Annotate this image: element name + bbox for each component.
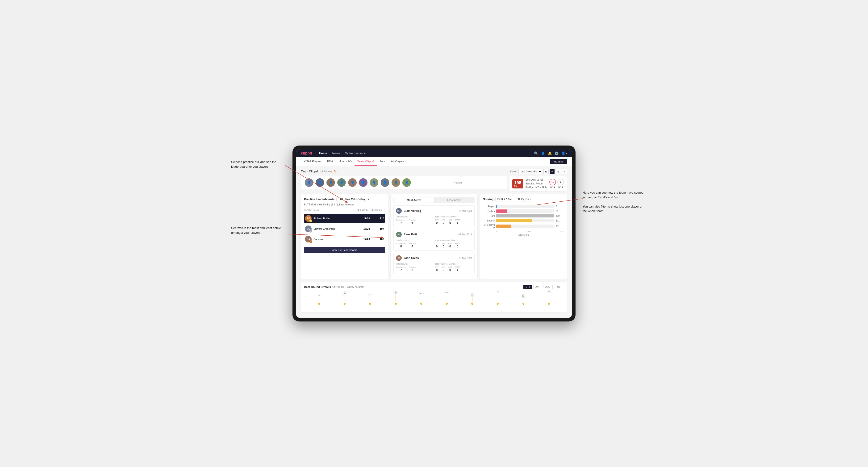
lb-dropdown-btn[interactable]: PUTT Must Make Putting... ▾: [336, 197, 371, 201]
bar-track-pars: [496, 214, 554, 217]
streaks-tabs: OTT APP ARG PUTT: [523, 285, 564, 289]
scoring-filter-1-label: Par 3, 4 & 5s: [497, 198, 511, 200]
avatar-4[interactable]: 👤: [337, 178, 346, 187]
sub-nav-tour[interactable]: Tour: [377, 157, 388, 166]
avatar-icon-btn[interactable]: 👤▾: [561, 151, 567, 155]
bar-track-bogeys: [496, 219, 554, 222]
least-active-tab[interactable]: Least Active: [434, 197, 474, 203]
content-area: Team Clippd | 14 Players ✏️ Show: Last 3…: [296, 166, 572, 318]
pac-practice-2: Practice 4: [409, 243, 416, 248]
streak-tab-putt[interactable]: PUTT: [554, 285, 564, 289]
lb-player-3: CA 3 Cameron...: [305, 236, 356, 243]
avatar-5[interactable]: 👤: [348, 178, 356, 187]
sub-nav-hcaps[interactable]: Hcaps 1-5: [336, 157, 354, 166]
avatar-10[interactable]: 👤: [402, 178, 411, 187]
nav-teams[interactable]: Teams: [332, 152, 340, 155]
show-dropdown[interactable]: Last 3 months: [519, 169, 542, 174]
scoring-title: Scoring: [483, 198, 494, 201]
activity-tabs: Most Active Least Active: [394, 197, 474, 203]
nav-icons: 🔍 👤 🔔 ⚙️ 👤▾: [534, 151, 567, 155]
view-icons: ⊞ ≡ ⊟ ↕: [544, 169, 567, 174]
lb-name-2: Edward Crossman: [313, 227, 335, 230]
streak-dot-circle-7: [471, 303, 473, 305]
avatar-8[interactable]: 👤: [381, 178, 389, 187]
avatar-7[interactable]: 👤: [370, 178, 378, 187]
avatar-6[interactable]: 👤: [359, 178, 368, 187]
streak-tab-arg[interactable]: ARG: [543, 285, 553, 289]
sub-nav-team-clippd[interactable]: Team Clippd: [354, 157, 377, 166]
sub-nav: PGAT Players PGA Hcaps 1-5 Team Clippd T…: [296, 157, 572, 166]
bar-fill-eagles: [496, 205, 497, 208]
edit-icon[interactable]: ✏️: [334, 170, 337, 173]
sub-nav-all-players[interactable]: All Players: [388, 157, 407, 166]
streak-dot-3: 6x: [368, 293, 373, 305]
score-circles: 16 yds 0 yds: [549, 179, 564, 189]
bar-fill-bogeys: [496, 219, 532, 222]
pac-avatar-2: RB: [396, 231, 402, 237]
bar-label-pars: Pars: [483, 215, 495, 217]
lb-score-2: 18/20: [356, 227, 370, 230]
search-icon-btn[interactable]: 🔍: [534, 151, 538, 155]
scoring-filter-1[interactable]: Par 3, 4 & 5s ▾: [495, 197, 514, 201]
bar-fill-pars: [496, 214, 554, 217]
streak-dot-9: 3x: [521, 294, 526, 305]
chevron-down-icon-scoring: ▾: [512, 198, 513, 200]
streak-dot-circle-9: [522, 303, 524, 305]
lb-avg-2: 107: [370, 227, 384, 230]
bell-icon-btn[interactable]: 🔔: [548, 151, 552, 155]
lb-row-1[interactable]: RB 1 Richard Butler 19/20 110: [304, 214, 385, 223]
nav-my-performance[interactable]: My Performance: [345, 152, 366, 155]
bar-label-dbogeys: D. Bogeys +: [483, 224, 495, 229]
lb-col-score: PB SCORE: [356, 209, 371, 211]
streak-dot-4: 5x: [394, 290, 398, 305]
streak-dot-5: 5x: [419, 292, 424, 305]
view-full-leaderboard-button[interactable]: View Full Leaderboard: [304, 247, 385, 253]
score-circle-2-wrap: 0 yds: [557, 179, 564, 189]
detail-view-btn[interactable]: ⊟: [556, 169, 561, 174]
list-view-btn[interactable]: ≡: [550, 169, 555, 174]
streak-chart: 7x 6x 6x: [304, 290, 564, 309]
streak-dot-circle-10: [548, 303, 550, 305]
scoring-card: Scoring Par 3, 4 & 5s ▾ All Players ▾: [480, 194, 567, 279]
pac-rounds-row-2: Tournament 8 Practice 4: [396, 243, 433, 248]
streak-stem-8: [498, 293, 498, 302]
streak-count-8: 4x: [496, 290, 500, 292]
lb-avatar-3: CA 3: [305, 236, 312, 243]
scoring-bar-chart: Eagles 3 Birdies: [483, 204, 564, 237]
pac-app-2: APP 0: [441, 243, 445, 248]
avatar-9[interactable]: 👤: [392, 178, 400, 187]
sort-view-btn[interactable]: ↕: [562, 169, 567, 174]
pac-header-1: BM Blair McHarg 26 Aug 2023: [396, 208, 472, 214]
axis-400: 400: [560, 230, 564, 232]
person-icon-btn[interactable]: 👤: [541, 151, 545, 155]
avatar-3[interactable]: 👤: [327, 178, 335, 187]
streak-dot-circle-3: [369, 303, 371, 305]
streak-count-6: 4x: [444, 291, 449, 294]
sub-nav-pga[interactable]: PGA: [324, 157, 336, 166]
nav-home[interactable]: Home: [319, 152, 327, 155]
streak-dot-circle-2: [344, 303, 346, 305]
lb-row-2[interactable]: EC 2 Edward Crossman 18/20 107: [304, 224, 385, 234]
bar-row-birdies: Birdies 96: [483, 210, 564, 213]
settings-icon-btn[interactable]: ⚙️: [555, 151, 559, 155]
score-details: Shot Dist: 16 yds Start Lie: Rough End L…: [526, 178, 547, 189]
pac-name-1: Blair McHarg: [404, 209, 421, 213]
add-team-button[interactable]: Add Team: [550, 159, 567, 164]
chart-x-label: Total Shots: [483, 234, 564, 236]
bar-value-bogeys: 311: [556, 219, 564, 222]
grid-view-btn[interactable]: ⊞: [544, 169, 549, 174]
scoring-filter-2[interactable]: All Players ▾: [516, 197, 532, 201]
avatar-1[interactable]: 👤: [305, 178, 313, 187]
lb-row-3[interactable]: CA 3 Cameron... 17/20 103: [304, 235, 385, 244]
streak-stem-3: [370, 297, 370, 302]
streak-tab-app[interactable]: APP: [533, 285, 542, 289]
pac-total-rounds-label-2: Total Rounds: [396, 239, 433, 242]
lb-score-1: 19/20: [356, 217, 370, 220]
avatar-2[interactable]: 👤: [316, 178, 324, 187]
score-circle-1-label: yds: [550, 185, 555, 189]
sub-nav-pgat[interactable]: PGAT Players: [301, 157, 324, 166]
most-active-tab[interactable]: Most Active: [394, 197, 434, 203]
streak-tab-ott[interactable]: OTT: [523, 285, 532, 289]
bar-label-birdies: Birdies: [483, 210, 495, 213]
sub-nav-right: Add Team: [550, 159, 567, 164]
